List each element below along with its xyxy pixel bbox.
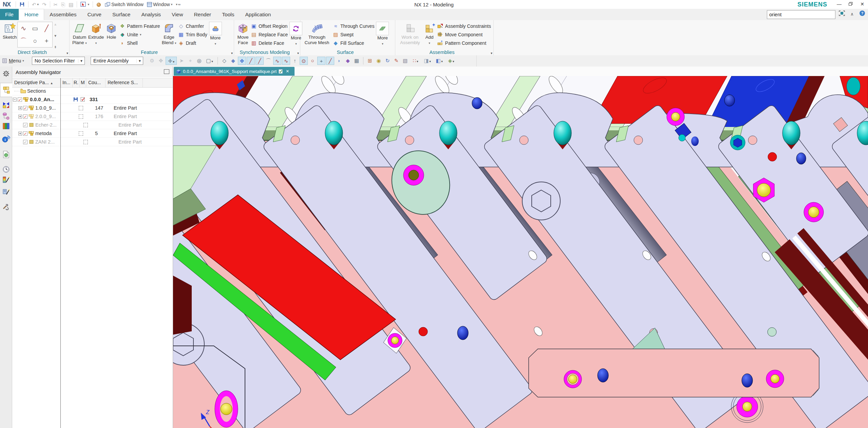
tab-view[interactable]: View: [166, 9, 188, 20]
delete-face-button[interactable]: ▥Delete Face: [251, 39, 288, 47]
command-finder-input[interactable]: [767, 12, 835, 17]
viewport-part-tab[interactable]: 0.0.0_Ansamblu_961K_Support metallique.p…: [174, 67, 295, 76]
add-component-button[interactable]: + Add ▾: [423, 22, 436, 46]
reuse-library-tab[interactable]: [0, 120, 12, 132]
toolbar-icon[interactable]: ↑: [291, 57, 299, 65]
group-label-assemblies[interactable]: Assemblies: [395, 50, 489, 55]
hole-button[interactable]: Hole: [105, 22, 117, 40]
tab-analysis[interactable]: Analysis: [136, 9, 166, 20]
group-dialog-launcher[interactable]: ▾: [297, 51, 299, 55]
help-button[interactable]: ?: [858, 10, 867, 18]
tree-row-component[interactable]: + ✓ 2.0.0_9... 176 Entire Part: [12, 112, 173, 121]
switch-window-button[interactable]: Switch Window: [103, 0, 145, 8]
column-info[interactable]: In...: [60, 78, 73, 87]
tab-curve[interactable]: Curve: [82, 9, 107, 20]
tab-file[interactable]: File: [0, 9, 19, 20]
pattern-component-button[interactable]: + Pattern Component: [437, 39, 491, 47]
point-button[interactable]: +: [41, 35, 52, 47]
tree-row-component[interactable]: ✓ ZANI 2... Entire Part: [12, 138, 173, 146]
studio-spline-button[interactable]: ∿: [18, 22, 29, 35]
component-checkbox[interactable]: ✓: [23, 140, 27, 144]
toolbar-icon[interactable]: ◆: [344, 57, 352, 65]
through-curves-button[interactable]: ≈Through Curves: [333, 22, 374, 30]
column-resize-divider[interactable]: [60, 78, 61, 428]
draft-button[interactable]: ◈Draft: [178, 39, 207, 47]
tree-row-sections[interactable]: Sections: [12, 87, 173, 95]
group-label-synchronous[interactable]: Synchronous Modeling: [234, 50, 295, 55]
sketch-button[interactable]: Sketch: [3, 22, 17, 40]
toolbar-icon[interactable]: ╱: [256, 57, 264, 65]
touch-mode-button[interactable]: [95, 0, 103, 8]
rectangle-button[interactable]: ▭: [29, 22, 41, 35]
surface-more-button[interactable]: More ▾: [376, 22, 389, 46]
visual-reports-tab[interactable]: [0, 174, 12, 185]
expand-toggle[interactable]: +: [18, 106, 22, 110]
group-label-direct-sketch[interactable]: Direct Sketch: [0, 50, 64, 55]
component-checkbox[interactable]: ✓: [23, 123, 27, 127]
line-button[interactable]: ╱: [41, 22, 52, 35]
offset-region-button[interactable]: ▣Offset Region: [251, 22, 288, 30]
component-checkbox[interactable]: ✓: [18, 97, 22, 102]
navigator-float-button[interactable]: [164, 69, 169, 74]
assembly-navigator-tab[interactable]: [0, 83, 12, 97]
toolbar-icon[interactable]: ▦: [353, 57, 361, 65]
column-read-only[interactable]: R.: [73, 78, 80, 87]
expand-toggle[interactable]: +: [18, 115, 22, 118]
toolbar-icon[interactable]: ▧: [401, 57, 409, 65]
window-menu-button[interactable]: Window▾: [145, 0, 174, 8]
selection-mode-button[interactable]: ▾: [79, 0, 91, 8]
trim-body-button[interactable]: ▦Trim Body: [178, 30, 207, 39]
toolbar-icon[interactable]: ╱: [326, 57, 334, 65]
toolbar-icon[interactable]: ⊞: [366, 57, 374, 65]
tree-row-component[interactable]: + ✓ metoda 5 Entire Part: [12, 129, 173, 138]
tab-home[interactable]: Home: [19, 9, 44, 20]
swept-button[interactable]: ▨Swept: [333, 30, 374, 39]
qat-overflow-button[interactable]: ▾≂: [174, 0, 183, 8]
menu-button[interactable]: Menu▾: [2, 57, 24, 65]
edge-blend-button[interactable]: Edge Blend ▾: [162, 22, 176, 46]
column-reference-set[interactable]: Reference S...: [106, 78, 143, 87]
tree-row-root-assembly[interactable]: − ✓ 0.0.0_An... 331: [12, 95, 173, 104]
toolbar-icon[interactable]: ╱: [247, 57, 255, 65]
toolbar-icon[interactable]: ⌒: [264, 57, 272, 65]
toolbar-icon[interactable]: ✛: [166, 57, 177, 65]
group-label-surface[interactable]: Surface: [300, 50, 390, 55]
datum-plane-button[interactable]: Datum Plane ▾: [72, 22, 87, 46]
group-dialog-launcher[interactable]: ▾: [231, 51, 233, 55]
toolbar-icon[interactable]: ○: [308, 57, 317, 65]
close-button[interactable]: ✕: [856, 0, 868, 8]
feature-more-button[interactable]: More ▾: [209, 22, 222, 46]
paste-button[interactable]: ▤: [67, 0, 75, 8]
tab-application[interactable]: Application: [240, 9, 276, 20]
undo-button[interactable]: ↶▾: [30, 0, 40, 8]
tab-render[interactable]: Render: [188, 9, 216, 20]
viewport-3d-scene[interactable]: Z: [173, 76, 868, 428]
toolbar-icon[interactable]: ◎: [195, 57, 203, 65]
shell-button[interactable]: ◗Shell: [119, 39, 160, 47]
move-component-button[interactable]: Move Component: [437, 30, 491, 39]
toolbar-icon[interactable]: ✥: [238, 57, 246, 65]
tree-row-component[interactable]: ✓ Echer-2... Entire Part: [12, 121, 173, 129]
toolbar-icon[interactable]: ◉: [375, 57, 383, 65]
expand-toggle[interactable]: +: [18, 132, 22, 135]
arc-button[interactable]: ⌒: [18, 35, 29, 47]
full-screen-button[interactable]: [837, 10, 846, 18]
extrude-button[interactable]: Extrude ▾: [88, 22, 104, 46]
tab-surface[interactable]: Surface: [107, 9, 136, 20]
hd3d-tool-tab[interactable]: i: [0, 133, 12, 145]
circle-button[interactable]: ○: [29, 35, 41, 47]
roles-tab[interactable]: [0, 201, 12, 212]
process-studio-tab[interactable]: [0, 186, 12, 198]
palette-scroll[interactable]: ▲▼⇟: [54, 22, 57, 49]
collapse-toggle[interactable]: −: [13, 98, 17, 101]
replace-face-button[interactable]: ▤Replace Face: [251, 30, 288, 39]
group-dialog-launcher[interactable]: ▾: [491, 51, 492, 55]
redo-button[interactable]: ↷: [40, 0, 48, 8]
cut-button[interactable]: ✂: [52, 0, 60, 8]
toolbar-icon[interactable]: ↻: [383, 57, 392, 65]
tab-tools[interactable]: Tools: [216, 9, 240, 20]
toolbar-icon[interactable]: ✎: [392, 57, 400, 65]
toolbar-icon[interactable]: ∿: [282, 57, 290, 65]
minimize-ribbon-button[interactable]: ∧: [848, 10, 856, 18]
toolbar-icon[interactable]: ∷: [410, 57, 421, 65]
